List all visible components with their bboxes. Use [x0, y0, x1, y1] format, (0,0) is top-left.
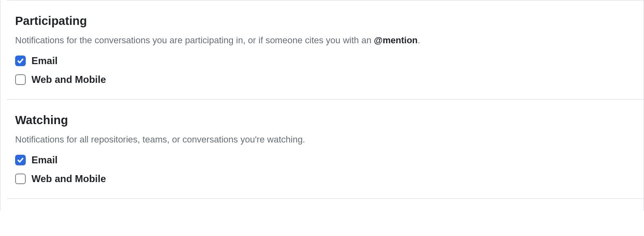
checkbox-watching-web-mobile[interactable]: [15, 174, 26, 184]
section-description-watching: Notifications for all repositories, team…: [15, 133, 644, 146]
desc-text-post: .: [418, 35, 420, 45]
option-row-participating-web-mobile: Web and Mobile: [15, 74, 644, 85]
check-icon: [17, 57, 24, 65]
section-divider-bottom: [7, 198, 644, 211]
checkbox-watching-email[interactable]: [15, 155, 26, 165]
section-participating: Participating Notifications for the conv…: [7, 0, 644, 99]
checkbox-participating-email[interactable]: [15, 56, 26, 66]
notification-settings-panel: Participating Notifications for the conv…: [0, 0, 644, 211]
option-row-watching-web-mobile: Web and Mobile: [15, 173, 644, 185]
check-icon: [17, 156, 24, 164]
option-label-participating-email[interactable]: Email: [31, 55, 58, 67]
option-label-participating-web-mobile[interactable]: Web and Mobile: [31, 74, 106, 85]
option-row-participating-email: Email: [15, 55, 644, 67]
desc-text: Notifications for the conversations you …: [15, 35, 374, 45]
section-description-participating: Notifications for the conversations you …: [15, 33, 644, 47]
section-title-watching: Watching: [15, 114, 644, 127]
desc-text: Notifications for all repositories, team…: [15, 134, 305, 145]
section-title-participating: Participating: [15, 14, 644, 28]
checkbox-participating-web-mobile[interactable]: [15, 74, 26, 85]
option-row-watching-email: Email: [15, 154, 644, 166]
desc-mention: @mention: [374, 35, 418, 45]
option-label-watching-web-mobile[interactable]: Web and Mobile: [31, 173, 106, 185]
option-label-watching-email[interactable]: Email: [31, 154, 58, 166]
section-watching: Watching Notifications for all repositor…: [7, 99, 644, 198]
